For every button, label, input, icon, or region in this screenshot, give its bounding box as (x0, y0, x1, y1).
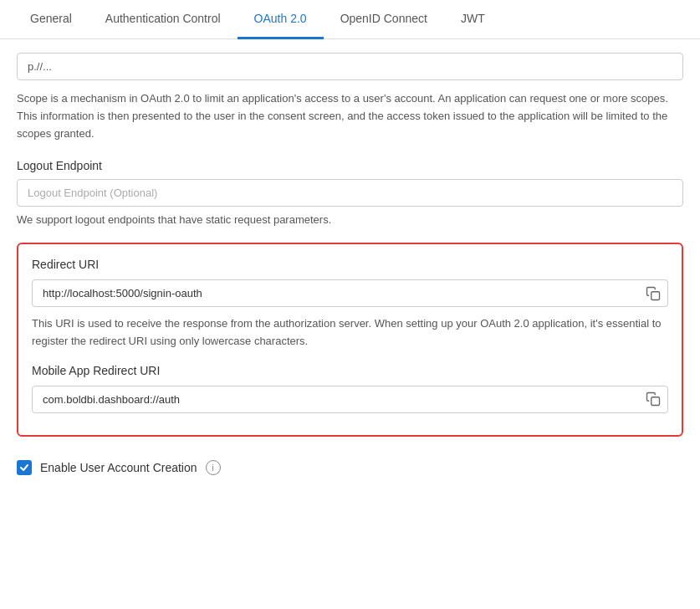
mobile-redirect-input[interactable] (33, 386, 639, 412)
tab-auth-control[interactable]: Authentication Control (89, 0, 238, 39)
mobile-redirect-field-wrap (32, 386, 668, 413)
svg-rect-0 (651, 292, 660, 300)
logout-endpoint-input[interactable] (17, 179, 683, 207)
enable-user-account-info-icon[interactable]: i (206, 460, 221, 475)
redirect-uri-input[interactable] (33, 280, 639, 306)
mobile-redirect-copy-button[interactable] (639, 386, 667, 412)
url-display: p.//... (17, 53, 683, 80)
redirect-uri-label: Redirect URI (32, 258, 668, 271)
tab-openid[interactable]: OpenID Connect (324, 0, 444, 39)
redirect-uri-description: This URI is used to receive the response… (32, 315, 668, 351)
tab-oauth2[interactable]: OAuth 2.0 (238, 0, 324, 39)
redirect-uri-section: Redirect URI This URI is used to receive… (17, 243, 683, 437)
tab-bar: General Authentication Control OAuth 2.0… (0, 0, 700, 39)
tab-jwt[interactable]: JWT (444, 0, 502, 39)
redirect-uri-copy-button[interactable] (639, 281, 667, 306)
enable-user-account-label: Enable User Account Creation (40, 461, 197, 474)
tab-general[interactable]: General (13, 0, 89, 39)
redirect-uri-field-wrap (32, 279, 668, 307)
mobile-redirect-label: Mobile App Redirect URI (32, 364, 668, 377)
scope-description: Scope is a mechanism in OAuth 2.0 to lim… (17, 90, 683, 142)
enable-user-account-row: Enable User Account Creation i (17, 450, 683, 478)
svg-rect-1 (651, 397, 660, 406)
enable-user-account-checkbox[interactable] (17, 460, 32, 475)
main-content: p.//... Scope is a mechanism in OAuth 2.… (0, 39, 700, 492)
logout-support-text: We support logout endpoints that have st… (17, 213, 683, 226)
logout-endpoint-label: Logout Endpoint (17, 159, 683, 172)
